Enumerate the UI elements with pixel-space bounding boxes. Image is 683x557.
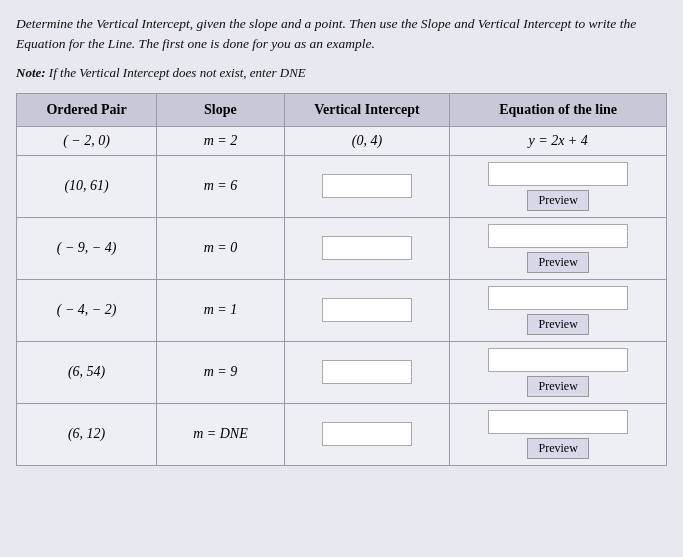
- pair-cell-4: (6, 54): [17, 341, 157, 403]
- slope-cell-1: m = 6: [157, 155, 284, 217]
- main-table: Ordered Pair Slope Vertical Intercept Eq…: [16, 93, 667, 466]
- eq-cell-1: Preview: [450, 155, 667, 217]
- vi-cell-2: [284, 217, 450, 279]
- note-label: Note:: [16, 65, 46, 80]
- vi-input-2[interactable]: [322, 236, 412, 260]
- col-header-pair: Ordered Pair: [17, 93, 157, 126]
- table-row: ( − 9, − 4) m = 0 Preview: [17, 217, 667, 279]
- eq-cell-5: Preview: [450, 403, 667, 465]
- slope-cell-0: m = 2: [157, 126, 284, 155]
- col-header-eq: Equation of the line: [450, 93, 667, 126]
- eq-wrapper-3: Preview: [458, 286, 658, 335]
- col-header-slope: Slope: [157, 93, 284, 126]
- slope-cell-4: m = 9: [157, 341, 284, 403]
- table-row: ( − 2, 0) m = 2 (0, 4) y = 2x + 4: [17, 126, 667, 155]
- vi-input-5[interactable]: [322, 422, 412, 446]
- instructions-text: Determine the Vertical Intercept, given …: [16, 14, 667, 55]
- eq-input-1[interactable]: [488, 162, 628, 186]
- vi-input-3[interactable]: [322, 298, 412, 322]
- page-container: Determine the Vertical Intercept, given …: [0, 0, 683, 480]
- eq-wrapper-1: Preview: [458, 162, 658, 211]
- pair-cell-5: (6, 12): [17, 403, 157, 465]
- eq-wrapper-5: Preview: [458, 410, 658, 459]
- col-header-vi: Vertical Intercept: [284, 93, 450, 126]
- pair-cell-1: (10, 61): [17, 155, 157, 217]
- pair-cell-3: ( − 4, − 2): [17, 279, 157, 341]
- vi-cell-5: [284, 403, 450, 465]
- vi-cell-1: [284, 155, 450, 217]
- table-row: ( − 4, − 2) m = 1 Preview: [17, 279, 667, 341]
- preview-button-4[interactable]: Preview: [527, 376, 588, 397]
- table-row: (6, 12) m = DNE Preview: [17, 403, 667, 465]
- eq-input-3[interactable]: [488, 286, 628, 310]
- eq-input-4[interactable]: [488, 348, 628, 372]
- slope-cell-5: m = DNE: [157, 403, 284, 465]
- eq-input-5[interactable]: [488, 410, 628, 434]
- table-row: (10, 61) m = 6 Preview: [17, 155, 667, 217]
- eq-wrapper-2: Preview: [458, 224, 658, 273]
- preview-button-1[interactable]: Preview: [527, 190, 588, 211]
- vi-cell-0: (0, 4): [284, 126, 450, 155]
- preview-button-3[interactable]: Preview: [527, 314, 588, 335]
- preview-button-5[interactable]: Preview: [527, 438, 588, 459]
- vi-input-1[interactable]: [322, 174, 412, 198]
- slope-cell-3: m = 1: [157, 279, 284, 341]
- slope-cell-2: m = 0: [157, 217, 284, 279]
- vi-cell-3: [284, 279, 450, 341]
- preview-button-2[interactable]: Preview: [527, 252, 588, 273]
- eq-cell-2: Preview: [450, 217, 667, 279]
- eq-cell-4: Preview: [450, 341, 667, 403]
- vi-input-4[interactable]: [322, 360, 412, 384]
- table-row: (6, 54) m = 9 Preview: [17, 341, 667, 403]
- eq-cell-3: Preview: [450, 279, 667, 341]
- eq-cell-0: y = 2x + 4: [450, 126, 667, 155]
- pair-cell-0: ( − 2, 0): [17, 126, 157, 155]
- eq-input-2[interactable]: [488, 224, 628, 248]
- note-text: Note: If the Vertical Intercept does not…: [16, 65, 667, 81]
- pair-cell-2: ( − 9, − 4): [17, 217, 157, 279]
- eq-wrapper-4: Preview: [458, 348, 658, 397]
- vi-cell-4: [284, 341, 450, 403]
